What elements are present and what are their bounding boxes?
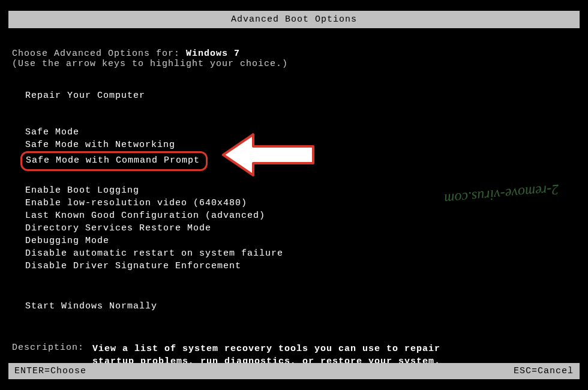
os-name: Windows 7 bbox=[186, 49, 240, 59]
page-title: Advanced Boot Options bbox=[231, 14, 357, 25]
menu-last-known-good-config[interactable]: Last Known Good Configuration (advanced) bbox=[25, 209, 576, 222]
menu-disable-driver-signature[interactable]: Disable Driver Signature Enforcement bbox=[25, 260, 576, 272]
description-line1: View a list of system recovery tools you… bbox=[92, 343, 440, 355]
menu-safe-mode-networking[interactable]: Safe Mode with Networking bbox=[25, 139, 576, 151]
arrow-keys-hint: (Use the arrow keys to highlight your ch… bbox=[12, 59, 576, 69]
footer-enter-hint: ENTER=Choose bbox=[14, 366, 86, 376]
choose-line: Choose Advanced Options for: Windows 7 bbox=[12, 49, 576, 59]
main-content: Choose Advanced Options for: Windows 7 (… bbox=[0, 49, 588, 368]
menu-enable-boot-logging[interactable]: Enable Boot Logging bbox=[25, 184, 576, 197]
menu-disable-auto-restart[interactable]: Disable automatic restart on system fail… bbox=[25, 247, 576, 260]
highlight-outline: Safe Mode with Command Prompt bbox=[20, 151, 208, 171]
footer-bar: ENTER=Choose ESC=Cancel bbox=[8, 363, 580, 379]
menu-low-resolution-video[interactable]: Enable low-resolution video (640x480) bbox=[25, 197, 576, 209]
choose-prefix: Choose Advanced Options for: bbox=[12, 49, 186, 59]
menu-start-windows-normally[interactable]: Start Windows Normally bbox=[25, 300, 576, 313]
footer-esc-hint: ESC=Cancel bbox=[514, 366, 574, 376]
menu-directory-services-restore[interactable]: Directory Services Restore Mode bbox=[25, 222, 576, 235]
highlighted-option-wrap: Safe Mode with Command Prompt bbox=[20, 151, 571, 171]
menu-repair-your-computer[interactable]: Repair Your Computer bbox=[25, 89, 576, 102]
menu-debugging-mode[interactable]: Debugging Mode bbox=[25, 235, 576, 247]
menu-safe-mode[interactable]: Safe Mode bbox=[25, 126, 576, 139]
title-bar: Advanced Boot Options bbox=[8, 11, 580, 28]
menu-safe-mode-command-prompt[interactable]: Safe Mode with Command Prompt bbox=[26, 155, 200, 166]
